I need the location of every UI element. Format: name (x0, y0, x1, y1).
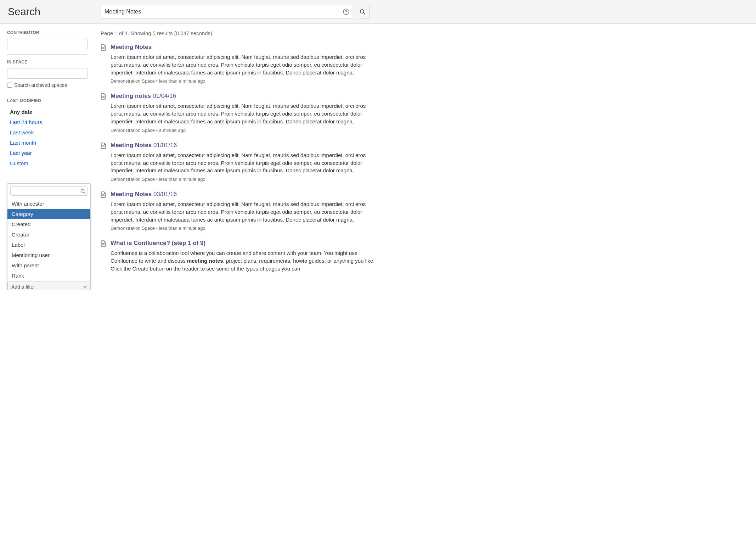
search-button[interactable] (355, 5, 370, 18)
filter-dropdown-item[interactable]: Mentioning user (7, 250, 90, 260)
result-title-link[interactable]: Meeting notes (111, 93, 151, 99)
filter-dropdown-item[interactable]: Label (7, 240, 90, 250)
lastmod-item[interactable]: Custom (7, 158, 88, 168)
result-snippet: Lorem ipsum dolor sit amet, consectetur … (111, 53, 377, 76)
lastmod-item[interactable]: Last 24 hours (7, 117, 88, 127)
body: Contributor In space Search archived spa… (0, 24, 756, 290)
page-icon (101, 143, 107, 182)
help-icon[interactable] (343, 9, 349, 15)
result-title-link[interactable]: Meeting Notes (111, 44, 152, 50)
result-title-suffix: 01/04/16 (151, 93, 176, 99)
lastmod-item[interactable]: Last week (7, 127, 88, 138)
results-meta: Page 1 of 1. Showing 5 results (0.047 se… (101, 30, 377, 36)
result-title: Meeting Notes (111, 43, 377, 51)
result-content: Meeting notes 01/04/16Lorem ipsum dolor … (111, 92, 377, 133)
result-title: Meeting Notes 01/01/16 (111, 141, 377, 149)
result-title-link[interactable]: Meeting Notes (111, 142, 152, 149)
page-title: Search (7, 6, 101, 18)
archived-checkbox-row[interactable]: Search archived spaces (7, 82, 88, 88)
result-title: Meeting Notes 03/01/16 (111, 190, 377, 198)
archived-label: Search archived spaces (14, 82, 67, 88)
add-filter-select[interactable]: Add a filter (7, 282, 90, 290)
result-item: Meeting NotesLorem ipsum dolor sit amet,… (101, 43, 377, 84)
result-item: Meeting Notes 03/01/16Lorem ipsum dolor … (101, 190, 377, 231)
result-meta: Demonstration Space • less than a minute… (111, 225, 377, 231)
result-content: Meeting NotesLorem ipsum dolor sit amet,… (111, 43, 377, 84)
result-snippet: Lorem ipsum dolor sit amet, consectetur … (111, 151, 377, 174)
filter-dropdown-item[interactable]: With parent (7, 260, 90, 271)
result-item: Meeting Notes 01/01/16Lorem ipsum dolor … (101, 141, 377, 182)
filter-inspace: In space Search archived spaces (7, 60, 88, 93)
search-area (101, 5, 370, 18)
page-icon (101, 93, 107, 133)
result-title: Meeting notes 01/04/16 (111, 92, 377, 100)
result-meta: Demonstration Space • less than a minute… (111, 177, 377, 182)
filter-dropdown-item[interactable]: Rank (7, 271, 90, 281)
filter-dropdown-search[interactable] (10, 186, 88, 196)
page-icon (101, 240, 107, 274)
filter-contributor: Contributor (7, 30, 88, 55)
lastmod-list: Any dateLast 24 hoursLast weekLast month… (7, 107, 88, 168)
result-title: What is Confluence? (step 1 of 9) (111, 239, 377, 247)
filter-dropdown-item[interactable]: With ancestor (7, 199, 90, 209)
result-snippet: Lorem ipsum dolor sit amet, consectetur … (111, 200, 377, 223)
page-icon (101, 191, 107, 231)
search-box (101, 5, 352, 18)
result-content: What is Confluence? (step 1 of 9)Conflue… (111, 239, 377, 274)
filter-heading-inspace: In space (7, 60, 88, 65)
lastmod-item[interactable]: Any date (7, 107, 88, 117)
filter-lastmod: Last Modified Any dateLast 24 hoursLast … (7, 98, 88, 170)
results: Page 1 of 1. Showing 5 results (0.047 se… (101, 30, 377, 283)
result-meta: Demonstration Space • less than a minute… (111, 78, 377, 84)
result-item: What is Confluence? (step 1 of 9)Conflue… (101, 239, 377, 274)
sidebar: Contributor In space Search archived spa… (7, 30, 88, 283)
top-bar: Search (0, 0, 756, 24)
result-item: Meeting notes 01/04/16Lorem ipsum dolor … (101, 92, 377, 133)
filter-dropdown-search-wrap (7, 184, 90, 199)
filter-heading-lastmod: Last Modified (7, 98, 88, 103)
page-icon (101, 44, 107, 84)
result-title-suffix: 03/01/16 (152, 191, 177, 197)
lastmod-item[interactable]: Last month (7, 138, 88, 148)
filter-dropdown-list: With ancestorCategoryCreatedCreatorLabel… (7, 199, 90, 281)
filter-dropdown-item[interactable]: Created (7, 219, 90, 229)
lastmod-item[interactable]: Last year (7, 148, 88, 158)
filter-dropdown-item[interactable]: Creator (7, 229, 90, 240)
filter-dropdown-item[interactable]: Category (7, 209, 90, 219)
chevron-down-icon (83, 285, 87, 289)
inspace-input[interactable] (7, 68, 88, 79)
result-content: Meeting Notes 01/01/16Lorem ipsum dolor … (111, 141, 377, 182)
result-snippet: Lorem ipsum dolor sit amet, consectetur … (111, 102, 377, 125)
filter-dropdown: With ancestorCategoryCreatedCreatorLabel… (7, 183, 91, 290)
add-filter-label: Add a filter (11, 284, 35, 290)
result-title-suffix: 01/01/16 (152, 142, 177, 149)
result-snippet: Confluence is a collaboration tool where… (111, 249, 377, 272)
filter-heading-contributor: Contributor (7, 30, 88, 35)
result-meta: Demonstration Space • a minute ago (111, 128, 377, 133)
archived-checkbox[interactable] (7, 83, 12, 88)
result-title-link[interactable]: What is Confluence? (step 1 of 9) (111, 240, 205, 246)
search-input[interactable] (101, 5, 352, 18)
result-title-link[interactable]: Meeting Notes (111, 191, 152, 197)
results-list: Meeting NotesLorem ipsum dolor sit amet,… (101, 43, 377, 275)
contributor-input[interactable] (7, 39, 88, 49)
search-icon (360, 9, 365, 15)
result-content: Meeting Notes 03/01/16Lorem ipsum dolor … (111, 190, 377, 231)
